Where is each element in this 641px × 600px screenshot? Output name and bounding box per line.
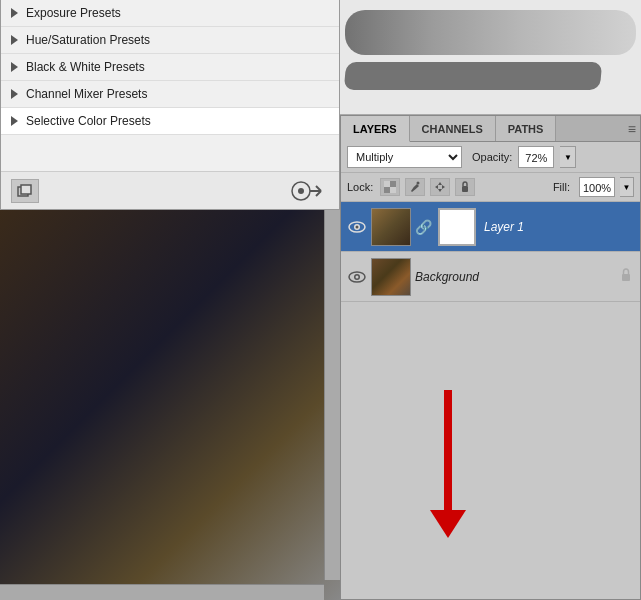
presets-panel: Exposure Presets Hue/Saturation Presets …: [0, 0, 340, 210]
svg-rect-8: [390, 187, 396, 193]
brush-icon: [409, 181, 421, 193]
layer-chain-icon[interactable]: 🔗: [415, 219, 432, 235]
layers-panel: LAYERS CHANNELS PATHS ≡ Multiply Normal …: [340, 115, 641, 600]
background-lock-icon: [620, 268, 632, 285]
opacity-value[interactable]: 72%: [518, 146, 554, 168]
svg-rect-1: [21, 185, 31, 194]
layer-row-layer1[interactable]: 🔗 Layer 1: [341, 202, 640, 252]
lock-icon: [459, 181, 471, 193]
presets-footer: [1, 171, 339, 209]
preset-label: Selective Color Presets: [26, 114, 151, 128]
panel-tabs: LAYERS CHANNELS PATHS ≡: [341, 116, 640, 142]
opacity-label: Opacity:: [472, 151, 512, 163]
brush-stroke-2: [344, 62, 602, 90]
svg-marker-14: [435, 185, 438, 189]
layer-row-background[interactable]: Background: [341, 252, 640, 302]
preset-label: Black & White Presets: [26, 60, 145, 74]
move-icon: [434, 181, 446, 193]
lock-transparency-button[interactable]: [380, 178, 400, 196]
canvas-area: [0, 210, 340, 600]
layer1-name: Layer 1: [484, 220, 524, 234]
fill-value[interactable]: 100%: [579, 177, 615, 197]
tab-paths[interactable]: PATHS: [496, 116, 557, 141]
expand-arrow-icon: [11, 35, 18, 45]
layer1-mask-thumbnail: [438, 208, 476, 246]
eye-icon: [348, 271, 366, 283]
preset-item-exposure[interactable]: Exposure Presets: [1, 0, 339, 27]
background-name: Background: [415, 270, 479, 284]
lock-all-button[interactable]: [455, 178, 475, 196]
svg-rect-23: [622, 274, 630, 281]
preset-label: Exposure Presets: [26, 6, 121, 20]
lock-label: Lock:: [347, 181, 373, 193]
canvas-image: [0, 210, 340, 600]
preset-item-hue-saturation[interactable]: Hue/Saturation Presets: [1, 27, 339, 54]
lock-row: Lock:: [341, 173, 640, 202]
new-group-button[interactable]: [11, 179, 39, 203]
svg-marker-15: [442, 185, 445, 189]
lock-image-button[interactable]: [405, 178, 425, 196]
visibility-toggle-layer1[interactable]: [347, 217, 367, 237]
eye-icon: [348, 221, 366, 233]
red-arrow-indicator: [430, 390, 466, 538]
preset-label: Hue/Saturation Presets: [26, 33, 150, 47]
blend-mode-wrapper: Multiply Normal Screen Overlay: [347, 146, 462, 168]
blend-mode-row: Multiply Normal Screen Overlay Opacity: …: [341, 142, 640, 173]
tab-layers[interactable]: LAYERS: [341, 116, 410, 142]
preset-item-black-white[interactable]: Black & White Presets: [1, 54, 339, 81]
svg-point-19: [356, 225, 359, 228]
preset-label: Channel Mixer Presets: [26, 87, 147, 101]
arrow-shaft: [444, 390, 452, 510]
svg-marker-12: [438, 182, 442, 185]
brush-stroke-1: [345, 10, 636, 55]
preset-options-button[interactable]: [285, 179, 329, 203]
layer1-thumbnail: [371, 208, 411, 246]
svg-rect-10: [384, 187, 390, 193]
background-thumbnail: [371, 258, 411, 296]
lock-position-button[interactable]: [430, 178, 450, 196]
preset-film-icon: [291, 181, 323, 201]
checkerboard-icon: [384, 181, 396, 193]
tab-channels[interactable]: CHANNELS: [410, 116, 496, 141]
horizontal-scrollbar[interactable]: [0, 584, 324, 600]
expand-arrow-icon: [11, 8, 18, 18]
svg-rect-9: [390, 181, 396, 187]
svg-marker-13: [438, 189, 442, 192]
svg-point-22: [356, 275, 359, 278]
preset-item-channel-mixer[interactable]: Channel Mixer Presets: [1, 81, 339, 108]
opacity-dropdown-button[interactable]: ▼: [560, 146, 576, 168]
svg-rect-16: [462, 186, 468, 192]
lock-icon: [620, 268, 632, 282]
svg-point-11: [417, 182, 420, 185]
expand-arrow-icon: [11, 62, 18, 72]
svg-point-3: [298, 188, 304, 194]
vertical-scrollbar[interactable]: [324, 210, 340, 580]
fill-label: Fill:: [553, 181, 570, 193]
visibility-toggle-background[interactable]: [347, 267, 367, 287]
expand-arrow-icon: [11, 89, 18, 99]
fill-dropdown-button[interactable]: ▼: [620, 177, 634, 197]
arrow-head: [430, 510, 466, 538]
blend-mode-select[interactable]: Multiply Normal Screen Overlay: [347, 146, 462, 168]
preset-item-selective-color[interactable]: Selective Color Presets: [1, 108, 339, 135]
new-group-icon: [17, 184, 33, 198]
brush-preview-area: [340, 0, 641, 115]
svg-rect-7: [384, 181, 390, 187]
expand-arrow-icon: [11, 116, 18, 126]
panel-menu-icon[interactable]: ≡: [628, 121, 636, 137]
